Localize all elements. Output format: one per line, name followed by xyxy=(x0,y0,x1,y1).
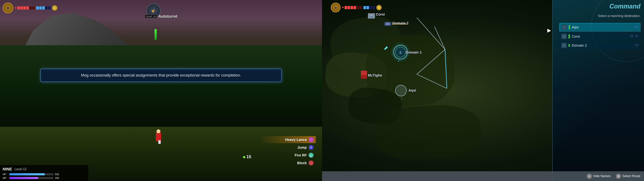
btn-square-icon: □ xyxy=(308,137,314,142)
mp-seg-3 xyxy=(42,6,45,10)
left-game-panel: ⊕ ♥ ◆ L xyxy=(0,0,322,181)
domain2-hp-bar xyxy=(568,44,570,47)
mp-seg-2 xyxy=(39,6,42,10)
hide-names-btn[interactable]: △ Hide Names xyxy=(587,174,611,179)
corsi-shield-2: 🛡 xyxy=(635,35,638,38)
hide-names-label: Hide Names xyxy=(593,174,611,178)
mp-seg-4 xyxy=(45,6,48,10)
destination-domain2[interactable]: Domain 2 🛡 xyxy=(559,41,640,50)
action-jump-label: Jump xyxy=(297,145,307,149)
r-mp-4 xyxy=(372,6,375,9)
r-mp-3 xyxy=(370,6,372,9)
hp-segments-right xyxy=(344,6,362,9)
hp-seg-2 xyxy=(20,6,23,10)
domain2-shield: 🛡 xyxy=(635,44,638,47)
player-name-row: NINE Level 12 xyxy=(3,167,86,171)
enemy-hp-indicator xyxy=(154,29,157,40)
action-block[interactable]: Block ○ xyxy=(259,159,316,166)
domain1-map-node: ⚓ xyxy=(395,47,406,57)
mp-bar-right xyxy=(364,6,375,9)
action-menu: Heavy Lance □ Jump ✕ Fire RF △ Block ○ xyxy=(259,136,316,166)
ammo-icon: ◆ xyxy=(243,155,246,159)
aqvi-shield: 🛡 xyxy=(635,26,638,29)
hp-bar xyxy=(9,173,54,175)
mctighe-map-label: McTighe xyxy=(368,73,382,77)
select-route-label: Select Route xyxy=(622,174,640,178)
destination-corsi[interactable]: Corsi 🛡 🛡 xyxy=(559,32,640,41)
domain1-map-label: Domain 1 xyxy=(406,50,422,54)
mp-seg-1 xyxy=(36,6,39,10)
command-panel: Command Select a marching destination. ▶… xyxy=(552,0,644,181)
select-route-btn[interactable]: ⊞ Select Route xyxy=(616,174,640,179)
enemy-level-badge: Level 14 xyxy=(145,15,157,18)
aqvi-map-node xyxy=(395,85,407,96)
right-map-panel: 🚢 D2 ⚓ ⬆ ↕ ↕ Corsi Domain 2 Domain 1 McT… xyxy=(322,0,644,181)
r-mp-1 xyxy=(364,6,366,9)
hp-value: 530 xyxy=(55,173,59,176)
mp-segments xyxy=(36,6,51,10)
heart-icon: ♥ xyxy=(15,6,16,10)
enemy-name: Autoturret xyxy=(158,14,178,19)
mp-bar-container xyxy=(36,6,51,10)
ammo-count: 15 xyxy=(246,154,251,159)
r-hp-6 xyxy=(360,6,362,9)
gil-icon: ◆ xyxy=(52,5,57,11)
r-hp-1 xyxy=(344,6,347,9)
btn-circle-icon: ○ xyxy=(308,160,314,165)
corsi-shield-1: 🛡 xyxy=(630,35,634,38)
domain2-dest-icon xyxy=(562,43,567,48)
domain2-map-label: Domain 2 xyxy=(392,21,408,25)
select-route-btn-icon: ⊞ xyxy=(616,174,621,179)
hp-seg-5 xyxy=(29,6,32,10)
mp-stat-row: MP 169 xyxy=(3,176,86,179)
mp-bar xyxy=(9,177,54,179)
action-fire-rf-label: Fire RF xyxy=(295,153,307,157)
hp-seg-6 xyxy=(32,6,35,10)
hide-names-btn-icon: △ xyxy=(587,174,592,179)
hp-bar-container: ♥ xyxy=(15,6,35,10)
corsi-hp-bar xyxy=(568,34,570,39)
compass-icon: ⊕ xyxy=(3,3,13,13)
compass-icon-right: ⊕ xyxy=(331,3,340,12)
aqvi-hp-bar xyxy=(569,25,570,29)
hp-fill xyxy=(9,173,45,175)
action-jump[interactable]: Jump ✕ xyxy=(259,144,316,151)
action-heavy-lance[interactable]: Heavy Lance □ xyxy=(259,136,316,143)
hp-seg-1 xyxy=(17,6,20,10)
enemy-label: Level 14 Autoturret xyxy=(145,14,177,19)
destination-list[interactable]: Aqvi 🛡 Corsi 🛡 🛡 Domain 2 🛡 xyxy=(559,23,640,50)
hp-label: HP xyxy=(3,173,8,176)
compass-arrow xyxy=(151,8,156,13)
action-heavy-lance-label: Heavy Lance xyxy=(285,138,307,142)
action-fire-rf[interactable]: Fire RF △ xyxy=(259,152,316,159)
character-sprite xyxy=(152,124,166,141)
btn-cross-icon: ✕ xyxy=(308,145,314,150)
gil-icon-right: ◆ xyxy=(376,5,382,10)
r-hp-2 xyxy=(348,6,350,9)
hud-top-right: ⊕ ♥ ◆ xyxy=(331,3,382,12)
mp-segments-right xyxy=(364,6,375,9)
destination-aqvi[interactable]: Aqvi 🛡 xyxy=(559,23,640,32)
domain1-arrow: ↕ xyxy=(398,58,400,62)
domain2-dest-name: Domain 2 xyxy=(572,44,634,48)
r-hp-4 xyxy=(354,6,356,9)
command-title: Command xyxy=(610,3,640,10)
mp-label: MP xyxy=(3,176,8,179)
aqvi-arrow: ↕ xyxy=(401,96,403,100)
corsi-map-label: Corsi xyxy=(376,12,385,17)
aqvi-dest-name: Aqvi xyxy=(572,25,633,29)
hp-stat-row: HP 530 xyxy=(3,173,86,176)
forest-terrain xyxy=(0,45,322,127)
aqvi-dest-icon xyxy=(562,25,567,30)
action-block-label: Block xyxy=(297,161,307,165)
aqvi-map-label: Aqvi xyxy=(408,88,416,92)
hp-segments xyxy=(17,6,35,10)
domain2-icon: D2 xyxy=(385,22,391,26)
player-level: Level 12 xyxy=(15,167,27,171)
mp-fill xyxy=(9,177,38,179)
r-mp-2 xyxy=(366,6,369,9)
bottom-bar: △ Hide Names ⊞ Select Route xyxy=(322,171,644,181)
ammo-display: ◆ 15 xyxy=(243,154,251,159)
player-name: NINE xyxy=(3,167,12,171)
player-hud: NINE Level 12 HP 530 MP 169 xyxy=(0,165,88,181)
